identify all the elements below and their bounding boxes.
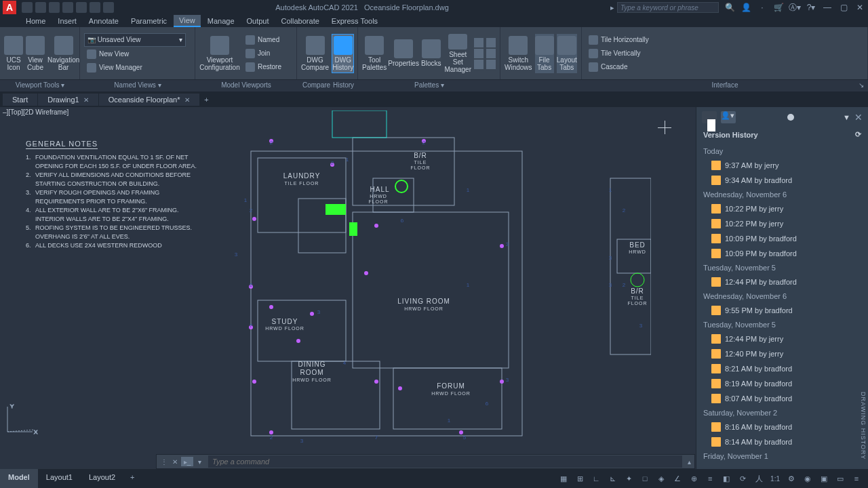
vh-version-item[interactable]: 12:44 PM by bradford bbox=[696, 274, 868, 289]
tab-parametric[interactable]: Parametric bbox=[125, 16, 172, 26]
panel-label-palettes[interactable]: Palettes ▾ bbox=[358, 80, 500, 92]
properties-button[interactable]: Properties bbox=[389, 34, 418, 73]
command-line[interactable]: ⋮ ✕ ▸_ ▾ ▴ bbox=[156, 454, 695, 469]
status-otrack-icon[interactable]: ∠ bbox=[670, 471, 685, 486]
vh-funnel-icon[interactable]: ▼ bbox=[843, 113, 850, 121]
vh-version-item[interactable]: 10:22 PM by jerry bbox=[696, 201, 868, 216]
palette-icon-2[interactable] bbox=[474, 49, 484, 58]
cascade-button[interactable]: Cascade bbox=[586, 61, 863, 73]
user-icon[interactable]: 👤 bbox=[741, 2, 751, 13]
vh-slider-thumb[interactable] bbox=[787, 114, 794, 121]
tab-insert[interactable]: Insert bbox=[52, 16, 82, 26]
vh-close-icon[interactable]: ✕ bbox=[854, 112, 863, 123]
vh-version-item[interactable]: 9:55 PM by bradford bbox=[696, 303, 868, 318]
close-icon[interactable]: ✕ bbox=[854, 2, 865, 13]
layout2-tab[interactable]: Layout2 bbox=[81, 469, 123, 488]
qat-saveas-icon[interactable] bbox=[62, 2, 73, 13]
status-dyn-icon[interactable]: ⊕ bbox=[686, 471, 701, 486]
vh-version-item[interactable]: 10:22 PM by jerry bbox=[696, 216, 868, 231]
status-annoscale-icon[interactable]: 人 bbox=[751, 471, 766, 486]
vh-version-item[interactable]: 8:19 AM by bradford bbox=[696, 376, 868, 391]
app-menu-icon[interactable]: Ⓐ▾ bbox=[789, 2, 800, 13]
status-scale[interactable]: 1:1 bbox=[768, 471, 783, 486]
switch-windows-button[interactable]: Switch Windows bbox=[505, 34, 532, 73]
qat-redo-icon[interactable] bbox=[103, 2, 114, 13]
tool-palettes-button[interactable]: Tool Palettes bbox=[362, 34, 387, 73]
file-tabs-button[interactable]: File Tabs bbox=[535, 34, 554, 73]
palette-icon-6[interactable] bbox=[486, 60, 496, 69]
status-gear-icon[interactable]: ⚙ bbox=[784, 471, 799, 486]
status-3dosnap-icon[interactable]: ◈ bbox=[654, 471, 669, 486]
vh-version-item[interactable]: 12:44 PM by jerry bbox=[696, 331, 868, 346]
layout-tabs-button[interactable]: Layout Tabs bbox=[557, 34, 577, 73]
viewport-config-button[interactable]: Viewport Configuration bbox=[199, 34, 240, 73]
tab-home[interactable]: Home bbox=[20, 16, 51, 26]
vh-version-item[interactable]: 10:09 PM by bradford bbox=[696, 231, 868, 246]
cmd-close-icon[interactable]: ✕ bbox=[170, 457, 180, 466]
named-vp-button[interactable]: Named bbox=[243, 34, 284, 46]
search-caret-icon[interactable]: ▸ bbox=[610, 3, 614, 12]
vh-version-item[interactable]: 8:07 AM by bradford bbox=[696, 391, 868, 406]
qat-save-icon[interactable] bbox=[49, 2, 60, 13]
named-view-combo[interactable]: 📷 Unsaved View▾ bbox=[84, 33, 186, 47]
command-input[interactable] bbox=[208, 455, 682, 468]
qat-open-icon[interactable] bbox=[35, 2, 46, 13]
ucs-icon[interactable]: Y X bbox=[4, 401, 38, 435]
new-view-button[interactable]: New View bbox=[84, 48, 191, 60]
tab-view[interactable]: View bbox=[174, 15, 201, 27]
status-cycling-icon[interactable]: ⟳ bbox=[735, 471, 750, 486]
layout1-tab[interactable]: Layout1 bbox=[38, 469, 81, 488]
drawing-canvas[interactable]: –][Top][2D Wireframe] GENERAL NOTES FOUN… bbox=[0, 107, 868, 469]
cmd-customize-icon[interactable]: ⋮ bbox=[159, 457, 169, 466]
tab-collaborate[interactable]: Collaborate bbox=[276, 16, 325, 26]
refresh-icon[interactable]: ⟳ bbox=[855, 130, 861, 139]
new-tab-button[interactable]: + bbox=[200, 96, 214, 104]
vh-version-item[interactable]: 10:09 PM by bradford bbox=[696, 246, 868, 261]
panel-label-named-views[interactable]: Named Views ▾ bbox=[80, 80, 195, 92]
panel-expand-icon[interactable]: ↘ bbox=[859, 81, 864, 89]
status-model-icon[interactable]: ▦ bbox=[556, 471, 571, 486]
qat-undo-icon[interactable] bbox=[90, 2, 100, 13]
blocks-button[interactable]: Blocks bbox=[420, 34, 441, 73]
panel-label-viewport[interactable]: Viewport Tools ▾ bbox=[0, 80, 80, 92]
palette-icon-1[interactable] bbox=[474, 38, 484, 47]
dwg-compare-button[interactable]: DWG Compare bbox=[301, 34, 329, 73]
add-layout-button[interactable]: + bbox=[123, 469, 141, 488]
vh-version-item[interactable]: 8:21 AM by bradford bbox=[696, 361, 868, 376]
status-snap-icon[interactable]: ∟ bbox=[589, 471, 604, 486]
status-transparency-icon[interactable]: ◧ bbox=[719, 471, 734, 486]
view-manager-button[interactable]: View Manager bbox=[84, 62, 191, 74]
search-box[interactable]: Type a keyword or phrase bbox=[617, 2, 719, 13]
status-isolate-icon[interactable]: ◉ bbox=[800, 471, 815, 486]
drawing-history-label[interactable]: DRAWING HISTORY bbox=[860, 392, 867, 460]
qat-new-icon[interactable] bbox=[22, 2, 33, 13]
vh-version-item[interactable]: 8:16 AM by bradford bbox=[696, 420, 868, 434]
cmd-dropdown-icon[interactable]: ▾ bbox=[195, 457, 204, 466]
tab-annotate[interactable]: Annotate bbox=[83, 16, 124, 26]
help-icon[interactable]: ?▾ bbox=[806, 2, 816, 13]
maximize-icon[interactable]: ▢ bbox=[838, 2, 849, 13]
file-tab-oceanside[interactable]: Oceanside Floorplan*✕ bbox=[99, 94, 199, 106]
tab-output[interactable]: Output bbox=[241, 16, 275, 26]
model-tab[interactable]: Model bbox=[0, 469, 38, 488]
palette-icon-4[interactable] bbox=[486, 38, 496, 47]
status-lwt-icon[interactable]: ≡ bbox=[703, 471, 717, 486]
status-osnap-icon[interactable]: □ bbox=[637, 471, 652, 486]
close-tab-icon[interactable]: ✕ bbox=[184, 96, 190, 104]
file-tab-start[interactable]: Start bbox=[3, 94, 37, 106]
ucs-icon-button[interactable]: UCS Icon bbox=[4, 34, 23, 73]
status-polar-icon[interactable]: ✦ bbox=[621, 471, 636, 486]
viewport-label[interactable]: –][Top][2D Wireframe] bbox=[3, 108, 68, 116]
qat-plot-icon[interactable] bbox=[76, 2, 87, 13]
vh-version-item[interactable]: 9:37 AM by jerry bbox=[696, 158, 868, 173]
status-clean-icon[interactable]: ▭ bbox=[833, 471, 848, 486]
vh-user-dropdown[interactable]: 👤▾ bbox=[721, 111, 736, 123]
minimize-icon[interactable]: — bbox=[822, 2, 833, 13]
restore-vp-button[interactable]: Restore bbox=[243, 61, 284, 73]
vh-list[interactable]: Today9:37 AM by jerry9:34 AM by bradford… bbox=[696, 142, 868, 469]
join-vp-button[interactable]: Join bbox=[243, 47, 284, 60]
status-ortho-icon[interactable]: ⊾ bbox=[605, 471, 620, 486]
status-hardware-icon[interactable]: ▣ bbox=[816, 471, 831, 486]
cmd-history-icon[interactable]: ▴ bbox=[684, 458, 694, 466]
tab-express[interactable]: Express Tools bbox=[326, 16, 383, 26]
